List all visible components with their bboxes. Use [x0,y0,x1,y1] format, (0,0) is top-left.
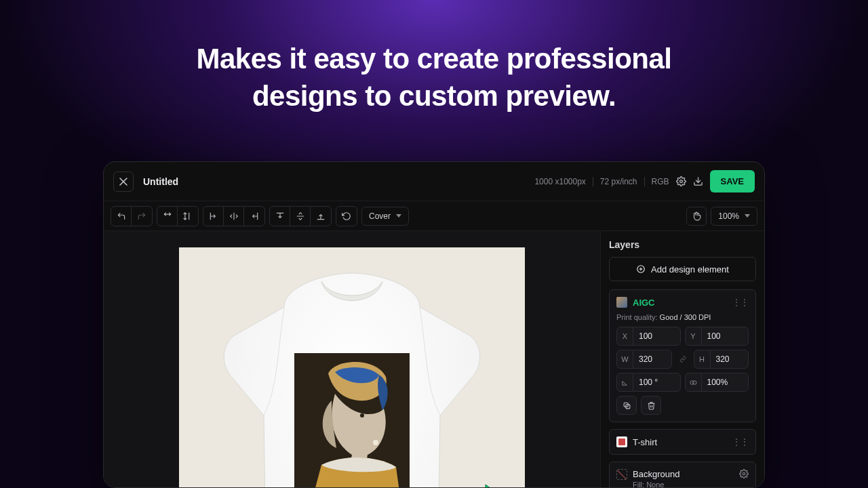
align-center-h-button[interactable] [224,207,244,226]
background-fill: Fill: None [633,481,679,487]
align-center-h-icon [229,211,239,221]
layer-thumbnail [616,297,627,308]
panel-title: Layers [609,239,756,250]
app-window: Untitled 1000 x1000px 72 px/inch RGB SAV… [103,161,765,488]
drag-handle-icon[interactable]: ⋮⋮ [732,437,749,447]
align-left-button[interactable] [203,207,224,226]
background-title: Background [633,469,679,479]
save-button[interactable]: SAVE [710,170,755,192]
rotation-input[interactable]: 100 ° [616,373,681,392]
chevron-down-icon [396,214,401,218]
add-element-label: Add design element [651,264,729,274]
rotate-button[interactable] [336,207,357,226]
background-thumbnail [616,469,627,480]
svg-point-19 [692,380,696,384]
align-bottom-icon [316,211,326,221]
canvas-area[interactable] [104,231,600,487]
height-input[interactable]: H320 [694,350,749,369]
main-area: Layers Add design element AIGC ⋮⋮ Print … [104,231,764,487]
canvas-dimensions: 1000 x1000px [534,177,585,186]
y-input[interactable]: Y100 [685,327,749,346]
history-group [111,206,153,226]
cursor-pointer [484,483,501,488]
layer-background[interactable]: Background Fill: None [609,462,756,487]
link-icon [679,354,686,364]
align-middle-icon [296,211,305,221]
close-icon [119,178,127,186]
hero-headline: Makes it easy to create professional des… [0,0,868,115]
zoom-dropdown[interactable]: 100% [711,207,757,226]
svg-point-14 [373,440,378,445]
opacity-input[interactable]: 100% [685,373,749,392]
document-title: Untitled [143,176,178,187]
layers-panel: Layers Add design element AIGC ⋮⋮ Print … [600,231,764,487]
flip-horizontal-button[interactable] [157,207,178,226]
align-middle-button[interactable] [290,207,311,226]
delete-button[interactable] [641,396,661,415]
gear-icon [676,176,686,186]
svg-point-22 [743,472,745,475]
trash-icon [647,401,656,410]
flip-group [157,206,199,226]
duplicate-button[interactable] [616,396,637,415]
svg-point-0 [679,180,682,183]
divider [644,177,645,186]
plus-circle-icon [636,264,646,274]
layer-tshirt[interactable]: T-shirt ⋮⋮ [609,429,756,455]
flip-v-icon [183,211,193,221]
print-quality: Print quality: Good / 300 DPI [616,313,749,321]
design-artwork[interactable] [294,353,410,488]
align-left-icon [209,211,218,221]
align-top-icon [275,211,285,221]
opacity-icon [690,379,697,386]
add-element-button[interactable]: Add design element [609,257,756,281]
color-mode: RGB [652,177,669,186]
drag-handle-icon[interactable]: ⋮⋮ [732,298,749,307]
width-input[interactable]: W320 [616,350,672,369]
rotate-group [336,206,357,226]
gear-icon [739,469,749,479]
svg-point-13 [360,413,364,418]
flip-vertical-button[interactable] [178,207,198,226]
angle-icon [621,379,629,386]
redo-icon [137,211,146,221]
layer-thumbnail [616,436,627,447]
fit-mode-label: Cover [369,211,391,221]
chevron-down-icon [745,214,750,218]
zoom-value: 100% [718,211,739,221]
settings-button[interactable] [676,176,686,186]
link-dimensions-button[interactable] [676,350,690,369]
artboard[interactable] [179,247,525,488]
redo-button[interactable] [132,207,152,226]
hero-line-1: Makes it easy to create professional [0,41,868,78]
undo-button[interactable] [111,207,132,226]
align-h-group [203,206,265,226]
layer-aigc[interactable]: AIGC ⋮⋮ Print quality: Good / 300 DPI X1… [609,289,756,422]
undo-icon [117,211,126,221]
layer-name: T-shirt [633,437,657,447]
flip-h-icon [163,211,172,221]
hand-icon [692,211,701,221]
download-button[interactable] [693,176,703,186]
background-settings-button[interactable] [739,469,749,479]
pixel-density: 72 px/inch [600,177,637,186]
layer-name: AIGC [633,298,655,308]
align-top-button[interactable] [270,207,290,226]
x-input[interactable]: X100 [616,327,681,346]
close-button[interactable] [113,171,134,192]
align-right-button[interactable] [244,207,264,226]
rotate-icon [342,211,351,221]
fit-mode-dropdown[interactable]: Cover [361,207,409,226]
hero-line-2: designs to custom preview. [0,78,868,115]
toolbar: Cover 100% [104,201,764,231]
align-right-icon [250,211,259,221]
pan-button[interactable] [686,207,707,226]
align-bottom-button[interactable] [311,207,331,226]
align-v-group [269,206,332,226]
divider [593,177,593,186]
copy-icon [623,401,631,410]
topbar: Untitled 1000 x1000px 72 px/inch RGB SAV… [104,162,764,201]
download-icon [693,176,703,186]
